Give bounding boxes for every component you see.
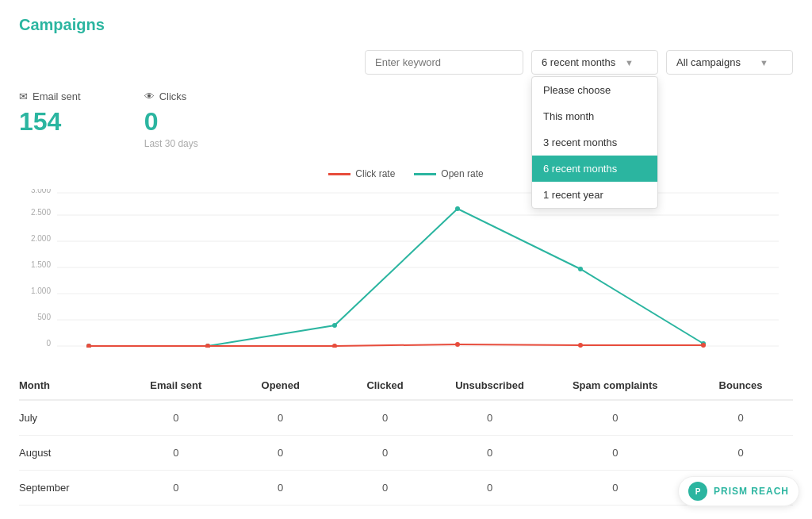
th-month: Month: [19, 379, 124, 391]
svg-text:0: 0: [46, 339, 51, 348]
chart-container: Click rate Open rate 0 500 1.000 1.500 2…: [19, 168, 793, 348]
brand-name: PRISM REACH: [714, 486, 789, 497]
table-header: Month Email sent Opened Clicked Unsubscr…: [19, 371, 793, 401]
branding-badge: P PRISM REACH: [678, 476, 799, 506]
period-option-this-month[interactable]: This month: [532, 103, 657, 129]
td-unsubscribed: 0: [438, 447, 542, 459]
td-spam: 0: [542, 447, 688, 459]
svg-text:2.000: 2.000: [31, 234, 51, 243]
period-dropdown-trigger[interactable]: 6 recent months ▼: [531, 50, 658, 75]
email-sent-label: ✉ Email sent: [19, 90, 81, 102]
td-spam: 0: [542, 412, 688, 424]
campaigns-dropdown-value: All campaigns: [676, 56, 741, 68]
table-row: August 0 0 0 0 0 0: [19, 436, 793, 471]
open-rate-label: Open rate: [441, 168, 483, 179]
period-option-6-recent-months[interactable]: 6 recent months: [532, 156, 657, 182]
table-row: October 2688 2688 0 0 0 0: [19, 506, 793, 519]
th-opened: Opened: [228, 379, 333, 391]
click-rate-line-icon: [328, 173, 350, 175]
td-email-sent: 0: [124, 482, 228, 494]
period-dropdown-menu: Please choose This month 3 recent months…: [531, 76, 658, 209]
svg-text:1.000: 1.000: [31, 286, 51, 295]
td-clicked: 0: [333, 482, 438, 494]
svg-point-24: [578, 343, 583, 348]
open-rate-line-icon: [414, 173, 436, 175]
table-row: September 0 0 0 0 0 0: [19, 471, 793, 506]
clicks-sub: Last 30 days: [144, 138, 198, 149]
td-clicked: 0: [333, 447, 438, 459]
td-opened: 0: [228, 482, 333, 494]
period-option-1-recent-year[interactable]: 1 recent year: [532, 182, 657, 208]
legend-open-rate: Open rate: [414, 168, 483, 179]
campaigns-dropdown-arrow: ▼: [760, 58, 768, 67]
svg-text:2.500: 2.500: [31, 208, 51, 217]
email-icon: ✉: [19, 90, 28, 102]
search-input[interactable]: [365, 50, 523, 75]
svg-text:3.000: 3.000: [31, 189, 51, 194]
svg-text:500: 500: [37, 313, 51, 321]
email-sent-stat: ✉ Email sent 154: [19, 90, 81, 149]
svg-point-20: [86, 344, 91, 348]
top-bar: 6 recent months ▼ Please choose This mon…: [19, 50, 793, 75]
td-clicked: 0: [333, 412, 438, 424]
svg-point-23: [455, 342, 460, 347]
td-opened: 0: [228, 447, 333, 459]
clicks-stat: 👁 Clicks 0 Last 30 days: [144, 90, 198, 149]
svg-point-22: [332, 344, 337, 348]
table-row: July 0 0 0 0 0 0: [19, 401, 793, 436]
clicks-icon: 👁: [144, 90, 155, 102]
period-option-3-recent-months[interactable]: 3 recent months: [532, 129, 657, 156]
chart-legend: Click rate Open rate: [19, 168, 793, 179]
td-email-sent: 0: [124, 412, 228, 424]
td-opened: 0: [228, 412, 333, 424]
clicks-value: 0: [144, 107, 198, 136]
period-dropdown-wrapper: 6 recent months ▼ Please choose This mon…: [531, 50, 658, 75]
chart-area: 0 500 1.000 1.500 2.000 2.500 3.000: [19, 189, 793, 348]
stats-table: Month Email sent Opened Clicked Unsubscr…: [19, 371, 793, 519]
th-bounces: Bounces: [688, 379, 793, 391]
line-chart: 0 500 1.000 1.500 2.000 2.500 3.000: [19, 189, 793, 348]
th-email-sent: Email sent: [124, 379, 228, 391]
page-title: Campaigns: [19, 16, 793, 34]
td-bounces: 0: [688, 412, 793, 424]
svg-point-16: [332, 323, 337, 328]
period-dropdown-arrow: ▼: [625, 58, 634, 67]
svg-point-17: [455, 206, 460, 211]
td-month: July: [19, 412, 124, 424]
svg-point-21: [205, 344, 210, 348]
campaigns-dropdown-trigger[interactable]: All campaigns ▼: [666, 50, 793, 75]
td-bounces: 0: [688, 447, 793, 459]
td-unsubscribed: 0: [438, 412, 542, 424]
th-unsubscribed: Unsubscribed: [438, 379, 542, 391]
td-unsubscribed: 0: [438, 482, 542, 494]
brand-logo-icon: P: [688, 482, 707, 501]
th-clicked: Clicked: [333, 379, 438, 391]
email-sent-value: 154: [19, 107, 81, 136]
td-email-sent: 0: [124, 447, 228, 459]
campaigns-dropdown-wrapper: All campaigns ▼: [666, 50, 793, 75]
click-rate-label: Click rate: [355, 168, 395, 179]
stats-row: ✉ Email sent 154 👁 Clicks 0 Last 30 days: [19, 90, 793, 149]
svg-point-18: [578, 267, 583, 271]
clicks-label: 👁 Clicks: [144, 90, 198, 102]
td-spam: 0: [542, 482, 688, 494]
th-spam: Spam complaints: [542, 379, 688, 391]
svg-point-25: [701, 343, 706, 348]
legend-click-rate: Click rate: [328, 168, 395, 179]
svg-text:1.500: 1.500: [31, 260, 51, 269]
td-month: August: [19, 447, 124, 459]
period-option-please-choose[interactable]: Please choose: [532, 77, 657, 103]
period-dropdown-value: 6 recent months: [542, 56, 615, 68]
td-month: September: [19, 482, 124, 494]
